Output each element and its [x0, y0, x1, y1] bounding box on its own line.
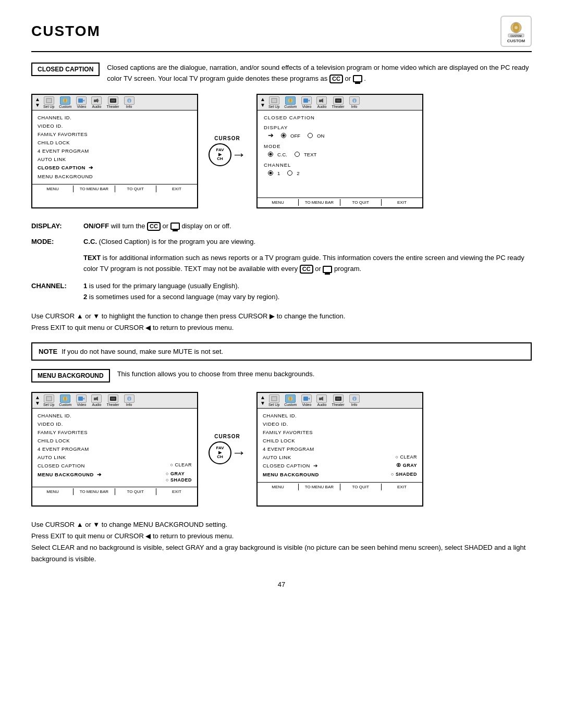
mb-left-options-1: ○ CLEAR	[170, 462, 192, 470]
right-footer-to-quit: TO QUIT	[340, 199, 382, 206]
mb-left-body: CHANNEL ID. VIDEO ID. FAMILY FAVORITES C…	[32, 409, 197, 487]
on-radio	[308, 133, 313, 138]
channel-desc-row: CHANNEL: 1 is used for the primary langu…	[31, 281, 532, 303]
svg-text:i: i	[354, 99, 355, 103]
svg-text:i: i	[354, 397, 355, 401]
mb-left-theater: Theater	[105, 394, 120, 406]
mb-right-video: Video	[300, 394, 313, 406]
mb-left-footer-menu: MENU	[32, 488, 74, 495]
right-toolbar-setup: Set Up	[267, 96, 281, 108]
tv-icon-inline	[353, 75, 362, 82]
page-header: CUSTOM CUSTOM CUSTOM	[31, 16, 532, 52]
svg-rect-45	[303, 397, 308, 401]
menu-item-menu-bg: MENU BACKGROUND	[38, 172, 192, 181]
menu-item-4event: 4 EVENT PROGRAM	[38, 147, 192, 155]
tv-icon-text	[323, 266, 332, 273]
mb-right-video-id: VIDEO ID.	[263, 420, 417, 428]
channel-desc-body: 1 is used for the primary language (usua…	[83, 281, 279, 303]
svg-rect-18	[272, 99, 276, 102]
cc-symbol-text: CC	[300, 265, 313, 274]
ch1-radio	[268, 170, 273, 176]
mb-left-closed-caption: CLOSED CAPTION ○ CLEAR	[38, 462, 192, 470]
off-radio	[281, 133, 286, 138]
mb-right-footer-to-quit: TO QUIT	[340, 484, 382, 490]
right-footer-exit: EXIT	[382, 199, 422, 206]
mode-text-desc-body: TEXT is for additional information such …	[83, 253, 532, 275]
note-label: NOTE	[39, 348, 57, 355]
mb-custom-icon	[60, 394, 70, 403]
channel-options: 1 2	[264, 169, 416, 178]
cursor-instructions-1: Use CURSOR ▲ or ▼ to highlight the funct…	[31, 311, 532, 334]
right-toolbar-audio: Audio	[315, 96, 328, 108]
tv-icon-display	[170, 223, 180, 230]
mb-left-info: i Info	[123, 394, 136, 406]
svg-marker-36	[96, 397, 98, 401]
menu-item-family-fav: FAMILY FAVORITES	[38, 130, 192, 139]
mb-setup-icon	[44, 394, 54, 403]
svg-point-2	[515, 26, 518, 29]
mb-cursor-right-arrow: →	[231, 446, 246, 460]
mb-left-menu: ▲▼ Set Up Custom Video Audio	[31, 392, 198, 507]
mb-left-footer-to-quit: TO QUIT	[115, 488, 156, 495]
mb-left-video: Video	[75, 394, 88, 406]
cc-right-menu: ▲▼ Set Up Custom Vid	[256, 94, 423, 208]
cc-left-menu-footer: MENU TO MENU BAR TO QUIT EXIT	[32, 184, 197, 193]
mb-right-custom-icon	[285, 394, 296, 403]
mb-left-auto-link: AUTO LINK	[38, 453, 192, 462]
svg-marker-22	[308, 100, 310, 102]
right-custom-icon	[285, 96, 296, 105]
cc-symbol-inline: CC	[329, 75, 343, 83]
mb-left-video-id: VIDEO ID.	[38, 420, 192, 428]
info-icon: i	[124, 96, 134, 105]
menu-bg-tag: MENU BACKGROUND	[31, 369, 110, 382]
svg-rect-42	[272, 397, 276, 400]
mb-cursor-arrow-wrapper: FAV ▶ CH →	[209, 441, 246, 464]
cursor-label: CURSOR	[214, 135, 240, 141]
right-footer-to-menu-bar: TO MENU BAR	[299, 199, 340, 206]
mb-right-setup: Set Up	[267, 394, 281, 406]
mb-right-footer-to-menu-bar: TO MENU BAR	[299, 484, 340, 490]
mb-right-theater: Theater	[330, 394, 346, 406]
mb-left-footer: MENU TO MENU BAR TO QUIT EXIT	[32, 487, 197, 496]
mb-right-audio: Audio	[315, 394, 328, 406]
toolbar-custom: Custom	[57, 96, 73, 108]
cursor-arrow-box: FAV ▶ CH	[209, 143, 231, 166]
page-title: CUSTOM	[31, 23, 101, 40]
mb-right-body: CHANNEL ID. VIDEO ID. FAMILY FAVORITES C…	[258, 409, 422, 482]
mb-right-setup-icon	[269, 394, 279, 403]
mode-desc-body: C.C. (Closed Caption) is for the program…	[83, 237, 255, 248]
display-desc-label: DISPLAY:	[31, 221, 83, 232]
mb-left-toolbar: ▲▼ Set Up Custom Video Audio	[32, 393, 197, 409]
mb-left-footer-exit: EXIT	[156, 488, 197, 495]
display-section-group: DISPLAY ➔ OFF ON	[264, 125, 416, 140]
mb-right-menu: ▲▼ Set Up Custom Video Audio	[256, 392, 423, 507]
mb-left-4event: 4 EVENT PROGRAM	[38, 445, 192, 453]
mb-right-footer-menu: MENU	[258, 484, 299, 490]
toolbar-setup: Set Up	[42, 96, 56, 108]
mode-desc-row: MODE: C.C. (Closed Caption) is for the p…	[31, 237, 532, 248]
svg-rect-47	[319, 398, 321, 400]
right-info-icon: i	[349, 96, 360, 105]
mb-right-theater-icon	[333, 394, 344, 403]
footer-exit: EXIT	[156, 186, 197, 192]
channel-desc-label: CHANNEL:	[31, 281, 83, 292]
mb-video-icon	[76, 394, 87, 403]
display-on-option: ON	[308, 131, 324, 140]
svg-text:i: i	[129, 397, 130, 401]
cc-symbol-display: CC	[147, 222, 161, 231]
mb-right-channel-id: CHANNEL ID.	[263, 412, 417, 420]
cc-right-spacer	[258, 182, 422, 198]
svg-marker-24	[321, 98, 323, 103]
mb-right-info: i Info	[348, 394, 361, 406]
mb-left-channel-id: CHANNEL ID.	[38, 412, 192, 420]
svg-rect-26	[336, 100, 340, 102]
right-toolbar-theater: Theater	[330, 96, 346, 108]
display-label: DISPLAY	[264, 125, 416, 130]
mb-left-toolbar-arrow: ▲▼	[35, 394, 40, 406]
menu-item-video-id: VIDEO ID.	[38, 122, 192, 130]
mode-section-group: MODE C.C. TEXT	[264, 143, 416, 159]
mb-right-4event: 4 EVENT PROGRAM	[263, 445, 417, 453]
right-footer-menu: MENU	[258, 199, 299, 206]
mb-audio-icon	[91, 394, 102, 403]
toolbar-audio: Audio	[90, 96, 103, 108]
